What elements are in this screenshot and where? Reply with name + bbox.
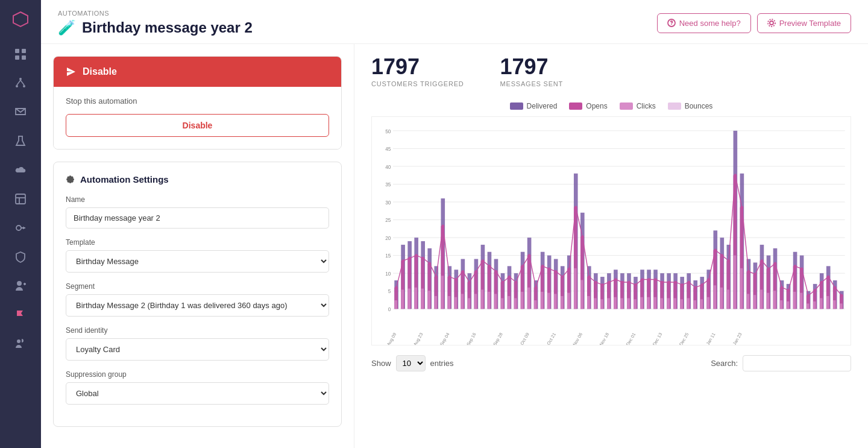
sidebar [0, 0, 41, 448]
show-label: Show [371, 359, 391, 368]
svg-text:35: 35 [385, 181, 391, 188]
template-select[interactable]: Birthday Message [66, 250, 329, 273]
svg-rect-181 [700, 299, 703, 309]
svg-rect-211 [767, 293, 770, 309]
svg-point-293 [714, 248, 717, 251]
customers-triggered-label: CUSTOMERS TRIGGERED [371, 80, 464, 87]
legend-delivered: Delivered [510, 102, 558, 110]
svg-rect-229 [807, 303, 810, 309]
svg-point-292 [707, 278, 710, 281]
send-icon [66, 66, 77, 77]
page-title: 🧪 Birthday message year 2 [58, 19, 253, 36]
disable-header-label: Disable [83, 66, 117, 77]
sidebar-item-flask[interactable] [7, 128, 34, 154]
sidebar-item-templates[interactable] [7, 186, 34, 212]
send-identity-select[interactable]: Loyalty Card [66, 338, 329, 361]
svg-point-263 [515, 281, 518, 284]
legend-clicks: Clicks [620, 102, 656, 110]
svg-text:Nov 06: Nov 06 [572, 332, 583, 345]
svg-point-258 [482, 259, 485, 262]
svg-text:20: 20 [385, 235, 391, 241]
svg-point-275 [594, 281, 597, 284]
svg-rect-52 [414, 288, 417, 309]
svg-rect-43 [394, 300, 397, 309]
svg-rect-136 [600, 299, 603, 309]
svg-rect-145 [620, 298, 623, 309]
entries-select[interactable]: 10 25 50 [396, 355, 426, 371]
svg-point-288 [681, 283, 684, 286]
svg-text:50: 50 [385, 128, 391, 134]
help-button[interactable]: Need some help? [657, 13, 751, 33]
svg-rect-3 [22, 55, 26, 60]
main-content: AUTOMATIONS 🧪 Birthday message year 2 Ne… [41, 0, 868, 448]
sidebar-item-cloud[interactable] [7, 157, 34, 183]
legend-clicks-label: Clicks [637, 102, 656, 110]
settings-title-label: Automation Settings [80, 174, 169, 185]
svg-line-8 [20, 80, 24, 85]
svg-rect-67 [447, 296, 450, 309]
svg-rect-121 [567, 293, 570, 309]
sidebar-item-hierarchy[interactable] [7, 70, 34, 96]
logo[interactable] [8, 7, 33, 31]
legend-opens-label: Opens [586, 102, 607, 110]
svg-rect-244 [840, 303, 843, 309]
send-identity-field-group: Send identity Loyalty Card [66, 326, 329, 361]
svg-rect-172 [680, 299, 683, 309]
svg-point-297 [741, 206, 744, 209]
svg-point-277 [608, 281, 611, 284]
sidebar-item-keys[interactable] [7, 215, 34, 241]
legend-opens: Opens [569, 102, 607, 110]
sidebar-item-flag[interactable] [7, 301, 34, 328]
search-input[interactable] [743, 355, 851, 371]
svg-rect-223 [793, 292, 796, 309]
svg-point-295 [728, 259, 731, 262]
sidebar-item-user-add[interactable] [7, 273, 34, 299]
svg-point-18 [768, 19, 775, 27]
svg-text:Dec 25: Dec 25 [678, 332, 690, 345]
left-panel: Disable Stop this automation Disable Aut… [41, 44, 354, 448]
chart-svg: 05101520253035404550 Aug 09Aug 23Sep 04S… [372, 117, 851, 345]
svg-text:40: 40 [385, 164, 391, 170]
svg-text:Sep 28: Sep 28 [492, 332, 503, 345]
svg-rect-208 [760, 289, 763, 309]
svg-point-265 [528, 254, 531, 257]
disable-button[interactable]: Disable [66, 114, 329, 137]
svg-text:Jan 23: Jan 23 [732, 332, 743, 345]
sidebar-item-shield[interactable] [7, 244, 34, 270]
name-input[interactable] [66, 207, 329, 229]
svg-rect-163 [660, 298, 663, 309]
svg-point-270 [561, 276, 564, 279]
svg-rect-70 [454, 297, 458, 309]
settings-title: Automation Settings [66, 174, 329, 185]
sidebar-item-messages[interactable] [7, 99, 34, 125]
suppression-select[interactable]: Global [66, 382, 329, 405]
sidebar-item-users[interactable] [7, 330, 34, 357]
svg-text:Nov 18: Nov 18 [599, 332, 610, 345]
bottom-controls: Show 10 25 50 entries Search: [371, 355, 851, 371]
svg-rect-157 [647, 297, 650, 309]
entries-label: entries [430, 359, 454, 368]
svg-text:Dec 01: Dec 01 [625, 332, 637, 345]
svg-point-285 [661, 281, 664, 284]
svg-rect-130 [587, 296, 590, 309]
svg-text:0: 0 [388, 306, 391, 312]
svg-rect-115 [554, 294, 557, 309]
svg-rect-10 [16, 194, 25, 204]
svg-point-17 [770, 21, 773, 25]
svg-rect-109 [541, 292, 544, 309]
svg-rect-88 [494, 294, 497, 309]
svg-point-306 [800, 267, 804, 270]
svg-rect-196 [734, 256, 737, 309]
sidebar-item-dashboard[interactable] [7, 41, 34, 68]
preview-template-button[interactable]: Preview Template [757, 13, 851, 33]
svg-rect-127 [580, 280, 583, 309]
suppression-field-group: Suppression group Global [66, 370, 329, 405]
svg-point-307 [807, 294, 810, 297]
chart-legend: Delivered Opens Clicks Bounces [371, 102, 851, 110]
segment-select[interactable]: Birthday Message 2 (Birthday 1 was deliv… [66, 294, 329, 317]
stat-messages-sent: 1797 MESSAGES SENT [500, 56, 564, 87]
svg-text:Sep 16: Sep 16 [465, 332, 477, 345]
svg-point-309 [820, 281, 823, 284]
svg-point-303 [781, 286, 784, 289]
right-panel: 1797 CUSTOMERS TRIGGERED 1797 MESSAGES S… [354, 44, 868, 448]
